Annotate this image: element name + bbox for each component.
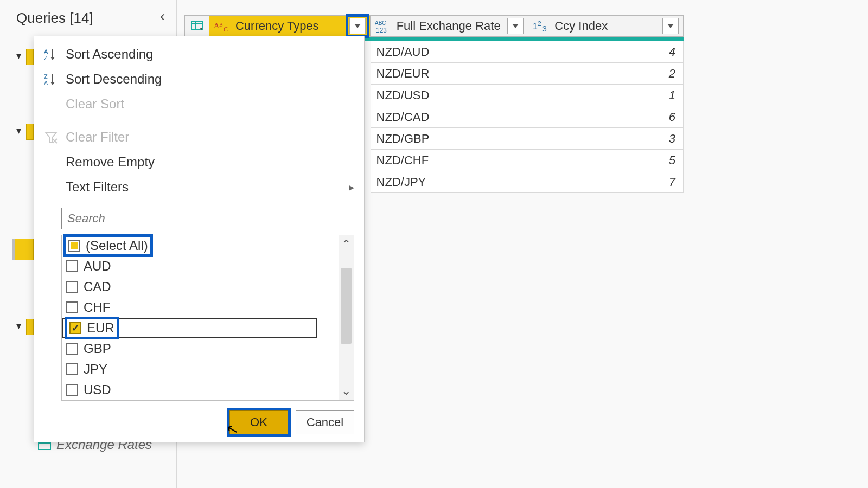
cell-ccy-index[interactable]: 6	[528, 106, 684, 128]
filter-value-item[interactable]: CHF	[62, 297, 354, 318]
cell-full-exchange-rate[interactable]: NZD/AUD	[371, 41, 529, 63]
column-header-label: Currency Types	[235, 19, 349, 33]
menu-separator	[61, 203, 356, 203]
checkbox-icon[interactable]	[66, 363, 78, 375]
clear-filter-icon	[41, 129, 61, 146]
checkbox-icon[interactable]	[66, 384, 78, 396]
number-type-icon: 123	[533, 18, 551, 34]
chevron-down-icon	[667, 24, 674, 28]
scroll-down-icon[interactable]: ⌄	[339, 384, 354, 398]
svg-text:2: 2	[538, 20, 541, 28]
svg-text:B: B	[219, 22, 223, 28]
menu-separator	[61, 120, 356, 120]
query-folder-icon	[26, 124, 34, 140]
remove-empty-item[interactable]: Remove Empty	[34, 150, 364, 175]
menu-label: Clear Sort	[66, 97, 124, 112]
clear-filter-item: Clear Filter	[34, 125, 364, 150]
svg-marker-10	[512, 24, 519, 28]
filter-search-input[interactable]	[61, 208, 354, 229]
cell-ccy-index[interactable]: 1	[528, 85, 684, 106]
svg-marker-22	[50, 82, 55, 85]
table-icon	[190, 20, 203, 33]
sort-desc-icon: ZA	[41, 70, 61, 88]
checkbox-icon[interactable]	[68, 240, 80, 252]
blank-icon	[41, 95, 61, 113]
text-type-icon: ABC	[214, 18, 232, 34]
cell-ccy-index[interactable]: 7	[528, 171, 684, 193]
filter-value-item[interactable]: AUD	[62, 256, 354, 277]
cell-full-exchange-rate[interactable]: NZD/CHF	[371, 150, 529, 171]
svg-text:A: A	[44, 48, 48, 55]
blank-icon	[41, 178, 61, 196]
filter-value-label: JPY	[84, 362, 107, 377]
sort-ascending-item[interactable]: AZ Sort Ascending	[34, 42, 364, 67]
checkbox-icon[interactable]	[66, 281, 78, 293]
filter-value-label: CHF	[84, 300, 110, 315]
column-header-label: Ccy Index	[554, 19, 662, 33]
menu-label: Clear Filter	[66, 130, 129, 145]
scrollbar-thumb[interactable]	[341, 268, 352, 344]
group-expander-icon[interactable]: ▾	[16, 50, 21, 62]
filter-value-label: EUR	[87, 320, 114, 336]
cell-full-exchange-rate[interactable]: NZD/GBP	[371, 128, 529, 150]
cancel-button[interactable]: Cancel	[296, 410, 354, 434]
blank-icon	[41, 153, 61, 171]
menu-label: Sort Descending	[66, 72, 162, 87]
column-quality-bar	[528, 37, 684, 41]
svg-marker-14	[667, 24, 674, 28]
cell-ccy-index[interactable]: 3	[528, 128, 684, 150]
submenu-arrow-icon: ▸	[349, 181, 354, 194]
svg-text:3: 3	[542, 24, 547, 33]
text-filters-item[interactable]: Text Filters ▸	[34, 175, 364, 200]
group-expander-icon[interactable]: ▾	[16, 125, 21, 137]
checkbox-icon[interactable]	[66, 260, 78, 272]
filter-value-item[interactable]: CAD	[62, 277, 354, 297]
query-folder-icon	[26, 49, 34, 65]
cell-full-exchange-rate[interactable]: NZD/CAD	[371, 106, 529, 128]
scroll-up-icon[interactable]: ⌃	[339, 237, 354, 252]
svg-text:Z: Z	[44, 55, 48, 61]
filter-value-item[interactable]: GBP	[62, 338, 354, 359]
column-filter-dropdown-button[interactable]	[662, 18, 679, 34]
filter-value-label: (Select All)	[86, 238, 148, 253]
filter-value-item[interactable]: EUR	[62, 318, 317, 338]
ok-button[interactable]: OK	[229, 410, 288, 434]
svg-text:C: C	[224, 25, 228, 33]
filter-values-list: (Select All)AUDCADCHFEURGBPJPYUSD ⌃ ⌄	[61, 235, 354, 401]
menu-label: Text Filters	[66, 179, 129, 195]
any-type-icon: ABC123	[375, 18, 393, 34]
filter-value-label: AUD	[84, 259, 111, 274]
cell-full-exchange-rate[interactable]: NZD/EUR	[371, 63, 529, 85]
queries-pane-title: Queries [14]	[16, 10, 93, 27]
checkbox-icon[interactable]	[66, 343, 78, 355]
column-header-ccy-index[interactable]: 123 Ccy Index	[528, 15, 684, 37]
cell-ccy-index[interactable]: 4	[528, 41, 684, 63]
filter-values-scrollbar[interactable]: ⌃ ⌄	[339, 235, 354, 400]
column-header-full-exchange-rate[interactable]: ABC123 Full Exchange Rate	[371, 15, 529, 37]
filter-value-label: GBP	[84, 341, 111, 356]
selected-query-indicator	[12, 239, 34, 260]
svg-text:ABC: ABC	[375, 20, 386, 26]
chevron-down-icon	[512, 24, 519, 28]
collapse-queries-pane-icon[interactable]: ‹	[160, 8, 165, 25]
svg-text:A: A	[44, 80, 48, 86]
svg-marker-7	[354, 24, 361, 28]
filter-value-item[interactable]: (Select All)	[62, 235, 354, 256]
column-filter-dropdown-button[interactable]	[507, 18, 524, 34]
checkbox-icon[interactable]	[66, 301, 78, 313]
cell-full-exchange-rate[interactable]: NZD/JPY	[371, 171, 529, 193]
cell-ccy-index[interactable]: 2	[528, 63, 684, 85]
svg-text:123: 123	[376, 27, 387, 34]
table-select-button[interactable]	[184, 15, 209, 37]
filter-value-label: USD	[84, 382, 111, 397]
filter-value-item[interactable]: USD	[62, 380, 354, 400]
sort-descending-item[interactable]: ZA Sort Descending	[34, 67, 364, 92]
cell-full-exchange-rate[interactable]: NZD/USD	[371, 85, 529, 106]
column-filter-dropdown-button[interactable]	[349, 18, 366, 34]
column-header-label: Full Exchange Rate	[397, 19, 508, 33]
cell-ccy-index[interactable]: 5	[528, 150, 684, 171]
group-expander-icon[interactable]: ▾	[16, 320, 21, 332]
column-header-currency-types[interactable]: ABC Currency Types	[209, 15, 371, 37]
checkbox-icon[interactable]	[69, 322, 81, 334]
filter-value-item[interactable]: JPY	[62, 359, 354, 380]
